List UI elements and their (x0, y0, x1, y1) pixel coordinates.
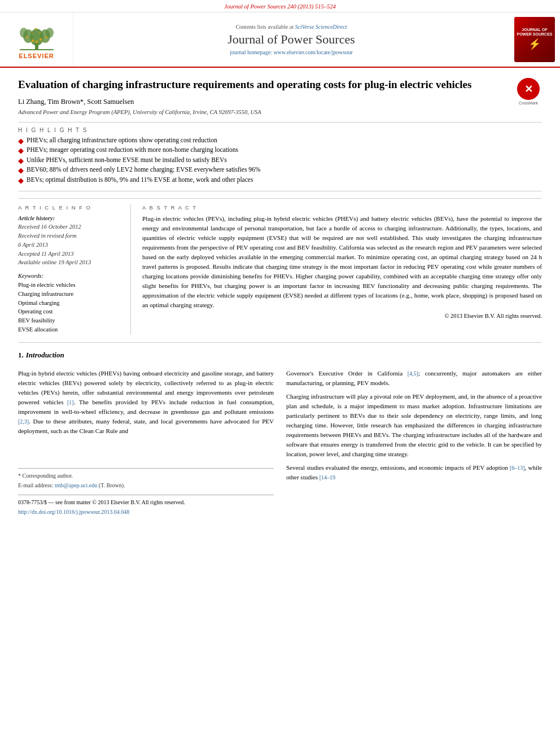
sciverse-link[interactable]: SciVerse ScienceDirect (295, 24, 347, 30)
issn-line: 0378-7753/$ — see front matter © 2013 El… (18, 498, 274, 507)
bullet-icon: ◆ (18, 166, 24, 175)
svg-point-5 (46, 28, 54, 38)
bullet-icon: ◆ (18, 146, 24, 155)
keyword-4: Operating cost (18, 307, 123, 316)
sciverse-line: Contents lists available at SciVerse Sci… (235, 24, 347, 30)
intro-para-charging: Charging infrastructure will play a pivo… (286, 392, 542, 459)
intro-para-gov: Governor's Executive Order in California… (286, 369, 542, 388)
keywords-section: Keywords: Plug-in electric vehicles Char… (18, 273, 123, 334)
article-title: Evaluation of charging infrastructure re… (18, 78, 542, 92)
svg-point-13 (45, 36, 47, 38)
highlight-text-4: BEV60; 88% of drivers need only LEV2 hom… (27, 166, 260, 173)
crossmark-badge[interactable]: ✕ CrossMark (515, 78, 542, 105)
elsevier-logo: ✦ ✦ ✦ ELSEVIER (17, 20, 56, 59)
homepage-line: journal homepage: www.elsevier.com/locat… (230, 49, 353, 55)
main-content: Evaluation of charging infrastructure re… (0, 68, 560, 528)
abstract-label: A B S T R A C T (142, 204, 542, 211)
list-item: ◆ BEV60; 88% of drivers need only LEV2 h… (18, 166, 542, 175)
article-info-abstract-section: A R T I C L E I N F O Article history: R… (18, 198, 542, 334)
authors-line: Li Zhang, Tim Brown*, Scott Samuelsen (18, 98, 542, 106)
svg-point-10 (39, 38, 42, 41)
keywords-label: Keywords: (18, 273, 123, 279)
highlight-text-2: PHEVs; meager operating cost reduction w… (27, 146, 238, 153)
footnotes-block: * Corresponding author. E-mail address: … (18, 468, 274, 490)
svg-point-4 (20, 28, 28, 38)
journal-thumb-text: JOURNAL OF POWER SOURCES (517, 28, 553, 37)
journal-thumbnail-area: JOURNAL OF POWER SOURCES ⚡ (509, 12, 560, 67)
intro-col-right: Governor's Executive Order in California… (286, 369, 542, 518)
keyword-6: EVSE allocation (18, 325, 123, 334)
received-revised: Received in revised form (18, 231, 123, 241)
power-bolt-icon: ⚡ (528, 38, 541, 50)
doi-line: http://dx.doi.org/10.1016/j.jpowsour.201… (18, 508, 274, 517)
elsevier-logo-area: ✦ ✦ ✦ ELSEVIER (0, 12, 73, 67)
intro-section-title: Introduction (26, 351, 64, 360)
bullet-icon: ◆ (18, 137, 24, 146)
highlight-text-5: BEVs; optimal distribution is 80%, 9% an… (27, 176, 253, 183)
bullet-icon: ◆ (18, 176, 24, 185)
svg-point-12 (26, 36, 28, 38)
journal-title: Journal of Power Sources (228, 32, 355, 47)
accepted-date: Accepted 11 April 2013 (18, 250, 123, 259)
abstract-text: Plug-in electric vehicles (PEVs), includ… (142, 214, 542, 310)
intro-para-1: Plug-in hybrid electric vehicles (PHEVs)… (18, 369, 274, 436)
doi-area: 0378-7753/$ — see front matter © 2013 El… (18, 495, 274, 517)
ref-link-2[interactable]: [2,3] (18, 418, 29, 425)
journal-citation-text: Journal of Power Sources 240 (2013) 515–… (224, 3, 335, 10)
highlights-label: H I G H L I G H T S (18, 127, 542, 133)
journal-header: ✦ ✦ ✦ ELSEVIER Contents lists available … (0, 12, 560, 68)
svg-text:✦: ✦ (34, 27, 38, 32)
available-date: Available online 19 April 2013 (18, 258, 123, 267)
intro-col-left: Plug-in hybrid electric vehicles (PHEVs)… (18, 369, 274, 518)
section-divider (18, 342, 542, 343)
keyword-1: Plug-in electric vehicles (18, 281, 123, 290)
footnotes-area: * Corresponding author. E-mail address: … (18, 440, 274, 517)
bullet-icon: ◆ (18, 156, 24, 165)
article-history: Article history: Received 16 October 201… (18, 214, 123, 268)
article-info-label: A R T I C L E I N F O (18, 204, 123, 211)
list-item: ◆ PHEVs; all charging infrastructure opt… (18, 137, 542, 146)
author-affiliation: Advanced Power and Energy Program (APEP)… (18, 109, 542, 115)
svg-point-11 (35, 40, 38, 43)
keyword-3: Optimal charging (18, 299, 123, 308)
contents-text: Contents lists available at (235, 24, 293, 30)
journal-thumbnail: JOURNAL OF POWER SOURCES ⚡ (514, 17, 555, 62)
svg-point-9 (31, 39, 34, 42)
svg-rect-14 (20, 49, 54, 50)
article-title-area: Evaluation of charging infrastructure re… (18, 78, 542, 92)
svg-text:✦: ✦ (38, 31, 41, 34)
ref-link-6[interactable]: [6–13] (510, 465, 525, 471)
list-item: ◆ Unlike PHEVs, sufficient non-home EVSE… (18, 156, 542, 165)
abstract-col: A B S T R A C T Plug-in electric vehicle… (142, 204, 542, 334)
introduction-section: 1. Introduction Plug-in hybrid electric … (18, 351, 542, 518)
keyword-2: Charging infrastructure (18, 290, 123, 299)
intro-heading-area: 1. Introduction (18, 351, 542, 364)
list-item: ◆ PHEVs; meager operating cost reduction… (18, 146, 542, 155)
elsevier-tree-icon: ✦ ✦ ✦ (17, 20, 56, 51)
elsevier-wordmark: ELSEVIER (19, 53, 54, 59)
abstract-copyright: © 2013 Elsevier B.V. All rights reserved… (142, 313, 542, 319)
footnote-email: E-mail address: tmb@apep.uci.edu (T. Bro… (18, 481, 274, 490)
crossmark-icon: ✕ (517, 78, 540, 100)
footnote-email-link[interactable]: tmb@apep.uci.edu (55, 482, 97, 488)
footnote-corresponding: * Corresponding author. (18, 471, 274, 480)
article-info-col: A R T I C L E I N F O Article history: R… (18, 204, 131, 334)
intro-section-number: 1. (18, 351, 24, 364)
intro-two-col: Plug-in hybrid electric vehicles (PHEVs)… (18, 369, 542, 518)
highlight-text-3: Unlike PHEVs, sufficient non-home EVSE m… (27, 156, 227, 163)
keyword-5: BEV feasibility (18, 316, 123, 325)
intro-para-studies: Several studies evaluated the energy, em… (286, 463, 542, 482)
crossmark-label: CrossMark (519, 101, 538, 105)
doi-link[interactable]: http://dx.doi.org/10.1016/j.jpowsour.201… (18, 509, 129, 515)
journal-header-center: Contents lists available at SciVerse Sci… (73, 12, 509, 67)
ref-link-1[interactable]: [1] (67, 399, 74, 405)
ref-link-4[interactable]: [4,5] (408, 370, 418, 377)
homepage-label: journal homepage: (230, 49, 272, 55)
history-label: Article history: (18, 214, 123, 223)
homepage-url[interactable]: www.elsevier.com/locate/jpowsour (273, 49, 352, 55)
list-item: ◆ BEVs; optimal distribution is 80%, 9% … (18, 176, 542, 185)
ref-link-14[interactable]: [14–19 (320, 474, 335, 480)
highlights-section: H I G H L I G H T S ◆ PHEVs; all chargin… (18, 122, 542, 191)
highlight-text-1: PHEVs; all charging infrastructure optio… (27, 137, 217, 143)
highlights-list: ◆ PHEVs; all charging infrastructure opt… (18, 137, 542, 185)
